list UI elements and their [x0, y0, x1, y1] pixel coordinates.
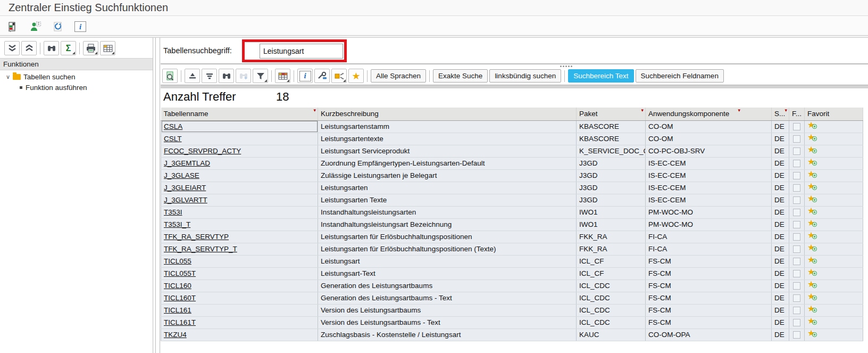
table-link[interactable]: TICL160T [164, 294, 196, 302]
add-favorite-icon[interactable]: ★+ [807, 170, 819, 179]
flag-checkbox[interactable] [793, 172, 800, 179]
toolbar-button-export[interactable] [331, 69, 347, 83]
button-linksbündig-suchen[interactable]: linksbündig suchen [489, 69, 561, 83]
table-link[interactable]: J_3GLEIART [164, 184, 206, 192]
add-favorite-icon[interactable]: ★+ [807, 158, 819, 167]
toolbar-button-show-details[interactable] [162, 69, 178, 83]
add-favorite-icon[interactable]: ★+ [807, 194, 819, 204]
add-favorite-icon[interactable]: ★+ [807, 280, 819, 290]
toolbar-button-find[interactable] [44, 41, 59, 55]
button-suchbereich-feldnamen[interactable]: Suchbereich Feldnamen [636, 69, 724, 83]
flag-checkbox[interactable] [793, 270, 800, 277]
flag-checkbox[interactable] [793, 147, 800, 155]
main-panel: Tabellensuchbegriff: i★Alle SprachenExak… [161, 38, 868, 353]
add-favorite-icon[interactable]: ★+ [807, 182, 819, 192]
toolbar-button-layout-legend[interactable] [5, 19, 21, 34]
add-favorite-icon[interactable]: ★+ [807, 292, 819, 302]
add-favorite-icon[interactable]: ★+ [807, 305, 819, 314]
toolbar-button-favorites[interactable]: ★ [348, 69, 364, 83]
flag-checkbox[interactable] [793, 184, 800, 192]
add-favorite-icon[interactable]: ★+ [807, 133, 819, 143]
table-link[interactable]: T353I [164, 208, 182, 216]
table-link[interactable]: J_3GEMTLAD [164, 159, 210, 167]
table-link[interactable]: TICL161T [164, 318, 196, 326]
add-favorite-icon[interactable]: ★+ [807, 121, 819, 130]
column-header-kurzbeschreibung[interactable]: Kurzbeschreibung [318, 108, 577, 120]
table-link[interactable]: FCOC_SRVPRD_ACTY [164, 147, 241, 155]
table-link[interactable]: J_3GLVARTT [164, 196, 207, 204]
table-link[interactable]: J_3GLASE [164, 171, 199, 179]
chevron-down-icon[interactable]: ∨ [4, 73, 12, 80]
cell-kurzbeschreibung: Zuschlagsbasis - Kostenstelle / Leistung… [318, 329, 577, 341]
column-header-tabellenname[interactable]: Tabellenname▾ [161, 108, 318, 120]
toolbar-button-user-assign[interactable] [28, 19, 44, 34]
flag-checkbox[interactable] [793, 135, 800, 143]
table-link[interactable]: CSLT [164, 135, 182, 143]
toolbar-button-sum[interactable]: Σ [61, 41, 76, 55]
toolbar-button-print[interactable] [83, 41, 98, 55]
toolbar-button-table-settings[interactable] [100, 41, 115, 55]
toolbar-button-sort-desc[interactable] [202, 69, 217, 83]
column-header-s[interactable]: S...▾ [772, 108, 789, 120]
toolbar-button-refresh[interactable] [50, 19, 66, 34]
table-link[interactable]: TICL161 [164, 306, 191, 314]
flag-checkbox[interactable] [793, 233, 800, 241]
table-link[interactable]: T353I_T [164, 220, 190, 228]
flag-checkbox[interactable] [793, 294, 800, 302]
flag-checkbox[interactable] [793, 245, 800, 253]
table-link[interactable]: TKZU4 [164, 331, 187, 339]
table-link[interactable]: TICL160 [164, 282, 191, 290]
cell-paket: ICL_CDC [577, 292, 646, 304]
flag-checkbox[interactable] [793, 258, 800, 265]
table-link[interactable]: TFK_RA_SERVTYP [164, 233, 229, 241]
add-favorite-icon[interactable]: ★+ [807, 268, 819, 277]
table-row: TICL161Version des LeistungsartbaumsICL_… [161, 304, 863, 316]
add-favorite-icon[interactable]: ★+ [807, 329, 819, 339]
column-header-favorit[interactable]: Favorit [805, 108, 863, 120]
column-header-anwendungskomponente[interactable]: Anwendungskomponente▾ [646, 108, 772, 120]
add-favorite-icon[interactable]: ★+ [807, 145, 819, 155]
toolbar-button-filter[interactable] [253, 69, 268, 83]
flag-checkbox[interactable] [793, 307, 800, 314]
cell-sprache: DE [772, 267, 789, 280]
table-link[interactable]: TICL055T [164, 269, 196, 277]
toolbar-button-collapse-all[interactable] [4, 41, 20, 55]
cell-kurzbeschreibung: Instandhaltungsleistungsart Bezeichnung [318, 218, 577, 231]
column-header-f[interactable]: F... [789, 108, 805, 120]
flag-checkbox[interactable] [793, 282, 800, 290]
cell-favorit: ★+ [805, 316, 863, 329]
add-favorite-icon[interactable]: ★+ [807, 256, 819, 265]
add-favorite-icon[interactable]: ★+ [807, 207, 819, 216]
add-favorite-icon[interactable]: ★+ [807, 219, 819, 228]
column-header-paket[interactable]: Paket▾ [577, 108, 646, 120]
cell-sprache: DE [772, 292, 789, 304]
toolbar-button-views[interactable] [275, 69, 290, 83]
add-favorite-icon[interactable]: ★+ [807, 317, 819, 326]
toolbar-button-info[interactable]: i [297, 69, 313, 83]
table-link[interactable]: TFK_RA_SERVTYP_T [164, 245, 237, 253]
grip-handle[interactable] [560, 65, 572, 67]
flag-checkbox[interactable] [793, 319, 800, 326]
toolbar-button-info[interactable]: i [72, 19, 88, 34]
add-favorite-icon[interactable]: ★+ [807, 243, 819, 253]
toolbar-button-expand-all[interactable] [21, 41, 37, 55]
panel-splitter[interactable] [155, 38, 160, 353]
button-exakte-suche[interactable]: Exakte Suche [433, 69, 488, 83]
toolbar-button-sort-asc[interactable] [185, 69, 200, 83]
toolbar-button-find-next[interactable] [236, 69, 251, 83]
toolbar-button-find[interactable] [219, 69, 234, 83]
flag-checkbox[interactable] [793, 331, 800, 339]
table-link[interactable]: TICL055 [164, 257, 191, 265]
table-link[interactable]: CSLA [164, 122, 182, 130]
toolbar-button-settings[interactable] [314, 69, 330, 83]
flag-checkbox[interactable] [793, 160, 800, 167]
button-alle-sprachen[interactable]: Alle Sprachen [371, 69, 426, 83]
flag-checkbox[interactable] [793, 221, 800, 228]
flag-checkbox[interactable] [793, 123, 800, 130]
button-suchbereich-text[interactable]: Suchbereich Text [568, 69, 633, 83]
tree-item-tabellen-suchen[interactable]: ∨Tabellen suchen [0, 71, 153, 82]
flag-checkbox[interactable] [793, 196, 800, 204]
add-favorite-icon[interactable]: ★+ [807, 231, 819, 241]
flag-checkbox[interactable] [793, 209, 800, 216]
tree-item-funktion-ausf-hren[interactable]: Funktion ausführen [0, 82, 153, 93]
